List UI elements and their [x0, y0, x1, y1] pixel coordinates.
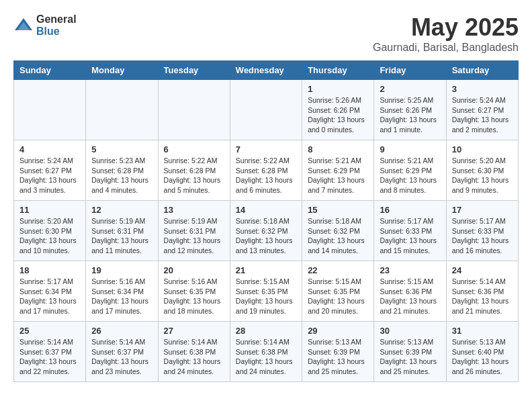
calendar-cell: 17 Sunrise: 5:17 AM Sunset: 6:33 PM Dayl…: [446, 201, 518, 261]
day-info: Sunrise: 5:14 AM Sunset: 6:38 PM Dayligh…: [236, 338, 293, 375]
day-info: Sunrise: 5:22 AM Sunset: 6:28 PM Dayligh…: [164, 156, 221, 194]
weekday-header: Thursday: [302, 61, 374, 80]
day-number: 26: [91, 326, 152, 336]
calendar-cell: 11 Sunrise: 5:20 AM Sunset: 6:30 PM Dayl…: [14, 201, 86, 261]
day-number: 15: [308, 205, 368, 215]
calendar-cell: 24 Sunrise: 5:14 AM Sunset: 6:36 PM Dayl…: [446, 261, 518, 322]
day-info: Sunrise: 5:15 AM Sunset: 6:35 PM Dayligh…: [308, 277, 365, 315]
calendar-cell: 28 Sunrise: 5:14 AM Sunset: 6:38 PM Dayl…: [230, 322, 302, 382]
day-number: 10: [452, 144, 513, 154]
calendar-cell: 2 Sunrise: 5:25 AM Sunset: 6:26 PM Dayli…: [374, 80, 446, 140]
day-info: Sunrise: 5:14 AM Sunset: 6:37 PM Dayligh…: [19, 338, 77, 375]
day-info: Sunrise: 5:18 AM Sunset: 6:32 PM Dayligh…: [236, 217, 293, 255]
day-number: 22: [308, 265, 368, 275]
day-number: 29: [308, 326, 368, 336]
day-number: 17: [452, 205, 513, 215]
calendar-cell: 26 Sunrise: 5:14 AM Sunset: 6:37 PM Dayl…: [86, 322, 158, 382]
calendar-cell: 19 Sunrise: 5:16 AM Sunset: 6:34 PM Dayl…: [86, 261, 158, 322]
day-number: 13: [164, 205, 224, 215]
page-header: General Blue May 2025 Gaurnadi, Barisal,…: [13, 13, 519, 54]
calendar-week: 4 Sunrise: 5:24 AM Sunset: 6:27 PM Dayli…: [14, 140, 519, 201]
day-number: 23: [380, 265, 440, 275]
calendar-cell: 18 Sunrise: 5:17 AM Sunset: 6:34 PM Dayl…: [14, 261, 86, 322]
day-info: Sunrise: 5:13 AM Sunset: 6:39 PM Dayligh…: [308, 338, 365, 375]
day-info: Sunrise: 5:25 AM Sunset: 6:26 PM Dayligh…: [380, 96, 437, 134]
calendar-week: 18 Sunrise: 5:17 AM Sunset: 6:34 PM Dayl…: [14, 261, 519, 322]
calendar-cell: 8 Sunrise: 5:21 AM Sunset: 6:29 PM Dayli…: [302, 140, 374, 201]
day-info: Sunrise: 5:17 AM Sunset: 6:33 PM Dayligh…: [452, 217, 509, 255]
weekday-header: Wednesday: [230, 61, 302, 80]
day-info: Sunrise: 5:15 AM Sunset: 6:35 PM Dayligh…: [236, 277, 293, 315]
day-number: 25: [19, 326, 80, 336]
logo-general: General: [36, 13, 77, 26]
day-info: Sunrise: 5:19 AM Sunset: 6:31 PM Dayligh…: [91, 217, 148, 255]
calendar-cell: [86, 80, 158, 140]
day-info: Sunrise: 5:21 AM Sunset: 6:29 PM Dayligh…: [380, 156, 437, 194]
day-number: 28: [236, 326, 296, 336]
calendar-cell: 23 Sunrise: 5:15 AM Sunset: 6:36 PM Dayl…: [374, 261, 446, 322]
day-number: 27: [164, 326, 224, 336]
day-info: Sunrise: 5:17 AM Sunset: 6:34 PM Dayligh…: [19, 277, 77, 315]
calendar-cell: 7 Sunrise: 5:22 AM Sunset: 6:28 PM Dayli…: [230, 140, 302, 201]
day-info: Sunrise: 5:14 AM Sunset: 6:36 PM Dayligh…: [452, 277, 509, 315]
calendar-cell: 27 Sunrise: 5:14 AM Sunset: 6:38 PM Dayl…: [158, 322, 230, 382]
calendar-cell: 30 Sunrise: 5:13 AM Sunset: 6:39 PM Dayl…: [374, 322, 446, 382]
calendar-cell: 5 Sunrise: 5:23 AM Sunset: 6:28 PM Dayli…: [86, 140, 158, 201]
calendar-cell: 13 Sunrise: 5:19 AM Sunset: 6:31 PM Dayl…: [158, 201, 230, 261]
weekday-header: Monday: [86, 61, 158, 80]
logo-blue: Blue: [36, 26, 77, 38]
calendar-cell: 16 Sunrise: 5:17 AM Sunset: 6:33 PM Dayl…: [374, 201, 446, 261]
day-info: Sunrise: 5:20 AM Sunset: 6:30 PM Dayligh…: [19, 217, 77, 255]
day-number: 30: [380, 326, 440, 336]
day-info: Sunrise: 5:13 AM Sunset: 6:39 PM Dayligh…: [380, 338, 437, 375]
calendar-cell: 21 Sunrise: 5:15 AM Sunset: 6:35 PM Dayl…: [230, 261, 302, 322]
weekday-header: Friday: [374, 61, 446, 80]
day-number: 3: [452, 84, 513, 94]
day-info: Sunrise: 5:20 AM Sunset: 6:30 PM Dayligh…: [452, 156, 509, 194]
calendar-cell: 29 Sunrise: 5:13 AM Sunset: 6:39 PM Dayl…: [302, 322, 374, 382]
calendar-cell: [14, 80, 86, 140]
day-info: Sunrise: 5:14 AM Sunset: 6:37 PM Dayligh…: [91, 338, 148, 375]
calendar-cell: 15 Sunrise: 5:18 AM Sunset: 6:32 PM Dayl…: [302, 201, 374, 261]
day-info: Sunrise: 5:13 AM Sunset: 6:40 PM Dayligh…: [452, 338, 509, 375]
title-block: May 2025 Gaurnadi, Barisal, Bangladesh: [373, 13, 519, 54]
day-number: 14: [236, 205, 296, 215]
day-number: 19: [91, 265, 152, 275]
calendar-cell: 31 Sunrise: 5:13 AM Sunset: 6:40 PM Dayl…: [446, 322, 518, 382]
calendar-cell: 14 Sunrise: 5:18 AM Sunset: 6:32 PM Dayl…: [230, 201, 302, 261]
day-info: Sunrise: 5:23 AM Sunset: 6:28 PM Dayligh…: [91, 156, 148, 194]
calendar-header: SundayMondayTuesdayWednesdayThursdayFrid…: [14, 61, 519, 80]
day-info: Sunrise: 5:18 AM Sunset: 6:32 PM Dayligh…: [308, 217, 365, 255]
day-info: Sunrise: 5:16 AM Sunset: 6:35 PM Dayligh…: [164, 277, 221, 315]
calendar-cell: 4 Sunrise: 5:24 AM Sunset: 6:27 PM Dayli…: [14, 140, 86, 201]
day-number: 16: [380, 205, 440, 215]
logo-icon: [13, 15, 34, 36]
day-number: 6: [164, 144, 224, 154]
calendar-week: 1 Sunrise: 5:26 AM Sunset: 6:26 PM Dayli…: [14, 80, 519, 140]
weekday-header: Tuesday: [158, 61, 230, 80]
calendar-cell: 6 Sunrise: 5:22 AM Sunset: 6:28 PM Dayli…: [158, 140, 230, 201]
day-number: 11: [19, 205, 80, 215]
calendar-table: SundayMondayTuesdayWednesdayThursdayFrid…: [13, 60, 519, 382]
day-number: 21: [236, 265, 296, 275]
weekday-header: Saturday: [446, 61, 518, 80]
day-number: 31: [452, 326, 513, 336]
calendar-body: 1 Sunrise: 5:26 AM Sunset: 6:26 PM Dayli…: [14, 80, 519, 382]
logo-text: General Blue: [36, 13, 77, 37]
day-number: 8: [308, 144, 368, 154]
day-info: Sunrise: 5:14 AM Sunset: 6:38 PM Dayligh…: [164, 338, 221, 375]
day-number: 12: [91, 205, 152, 215]
calendar-cell: 12 Sunrise: 5:19 AM Sunset: 6:31 PM Dayl…: [86, 201, 158, 261]
day-number: 4: [19, 144, 80, 154]
day-info: Sunrise: 5:22 AM Sunset: 6:28 PM Dayligh…: [236, 156, 293, 194]
day-number: 7: [236, 144, 296, 154]
day-number: 9: [380, 144, 440, 154]
calendar-cell: 25 Sunrise: 5:14 AM Sunset: 6:37 PM Dayl…: [14, 322, 86, 382]
calendar-cell: 3 Sunrise: 5:24 AM Sunset: 6:27 PM Dayli…: [446, 80, 518, 140]
weekday-header: Sunday: [14, 61, 86, 80]
calendar-cell: 22 Sunrise: 5:15 AM Sunset: 6:35 PM Dayl…: [302, 261, 374, 322]
day-info: Sunrise: 5:19 AM Sunset: 6:31 PM Dayligh…: [164, 217, 221, 255]
day-info: Sunrise: 5:15 AM Sunset: 6:36 PM Dayligh…: [380, 277, 437, 315]
main-title: May 2025: [373, 13, 519, 42]
calendar-cell: 9 Sunrise: 5:21 AM Sunset: 6:29 PM Dayli…: [374, 140, 446, 201]
